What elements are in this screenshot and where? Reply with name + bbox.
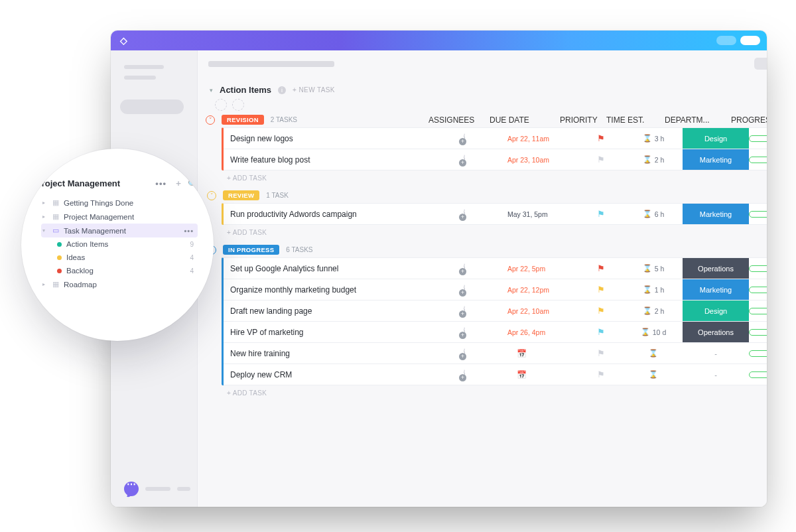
flag-icon[interactable]: ⚑	[578, 348, 624, 358]
flag-icon[interactable]: ⚑	[578, 155, 624, 165]
calendar-icon[interactable]: 📅	[507, 349, 578, 358]
filter-chip-icon[interactable]	[215, 99, 227, 111]
flag-icon[interactable]: ⚑	[578, 133, 624, 143]
task-time-est[interactable]: ⌛2 h	[624, 155, 683, 164]
task-progress[interactable]: 0%	[749, 350, 767, 357]
col-time-est[interactable]: TIME EST.	[606, 115, 665, 125]
task-time-est[interactable]: ⌛10 d	[624, 328, 683, 336]
col-priority[interactable]: PRIORITY	[560, 115, 606, 125]
task-title[interactable]: Draft new landing page	[224, 306, 446, 316]
assignee-add-icon[interactable]	[464, 133, 465, 144]
assignee-add-icon[interactable]	[464, 285, 465, 295]
col-assignees[interactable]: ASSIGNEES	[429, 115, 490, 125]
task-title[interactable]: Write feature blog post	[224, 155, 446, 165]
task-title[interactable]: Hire VP of marketing	[224, 328, 446, 337]
task-department[interactable]: Design	[683, 128, 749, 149]
task-due[interactable]: Apr 22, 5pm	[507, 265, 578, 273]
task-due[interactable]: May 31, 5pm	[507, 210, 578, 218]
add-task-button[interactable]: + ADD TASK	[222, 225, 767, 237]
task-row[interactable]: Organize monthly marketing budgetApr 22,…	[224, 279, 767, 300]
sidebar-list[interactable]: Ideas4	[41, 251, 198, 264]
view-toggle-a[interactable]	[754, 58, 767, 70]
status-pill[interactable]: REVIEW	[223, 190, 259, 200]
flag-icon[interactable]: ⚑	[578, 327, 624, 337]
task-due[interactable]: Apr 22, 10am	[507, 307, 578, 315]
titlebar-toggle-a[interactable]	[716, 36, 736, 45]
flag-icon[interactable]: ⚑	[578, 263, 624, 273]
sidebar-folder[interactable]: ▸▦Project Management	[41, 210, 198, 224]
task-progress[interactable]: 0%	[749, 371, 767, 378]
task-time-est[interactable]: ⌛2 h	[624, 306, 683, 315]
more-icon[interactable]: •••	[155, 178, 169, 188]
assignee-add-icon[interactable]	[464, 209, 465, 220]
task-department[interactable]: Operations	[683, 258, 749, 279]
task-department[interactable]: Operations	[683, 322, 749, 342]
task-department[interactable]: Marketing	[683, 149, 749, 170]
task-row[interactable]: Design new logosApr 22, 11am⚑⌛3 hDesign0…	[224, 128, 767, 149]
assignee-add-icon[interactable]	[464, 155, 465, 165]
task-progress[interactable]: 0%	[749, 286, 767, 293]
col-due-date[interactable]: DUE DATE	[490, 115, 560, 125]
more-icon[interactable]: •••	[184, 227, 196, 235]
assignee-add-icon[interactable]	[464, 369, 465, 380]
task-title[interactable]: Run productivity Adwords campaign	[224, 210, 446, 219]
flag-icon[interactable]: ⚑	[578, 285, 624, 295]
add-task-button[interactable]: + ADD TASK	[222, 385, 767, 398]
task-title[interactable]: New hire training	[224, 349, 446, 358]
plus-icon[interactable]: ＋	[174, 178, 182, 189]
task-progress[interactable]: 0%	[749, 135, 767, 142]
task-row[interactable]: Write feature blog postApr 23, 10am⚑⌛2 h…	[224, 149, 767, 170]
task-title[interactable]: Design new logos	[224, 134, 446, 143]
task-due[interactable]: Apr 26, 4pm	[507, 328, 578, 336]
sidebar-folder[interactable]: ▸▦Roadmap	[41, 277, 198, 291]
sidebar-list[interactable]: Backlog4	[41, 264, 198, 277]
flag-icon[interactable]: ⚑	[578, 369, 624, 379]
filter-chip-icon[interactable]	[232, 99, 244, 111]
task-time-est[interactable]: ⌛1 h	[624, 285, 683, 294]
task-time-est[interactable]: ⌛	[624, 349, 683, 358]
col-department[interactable]: DEPARTM...	[665, 115, 731, 125]
assignee-add-icon[interactable]	[464, 263, 465, 274]
task-due[interactable]: Apr 22, 12pm	[507, 286, 578, 294]
col-progress[interactable]: PROGRESS	[731, 115, 767, 125]
chat-icon[interactable]	[124, 482, 139, 496]
add-task-button[interactable]: + ADD TASK	[222, 170, 767, 183]
new-task-button[interactable]: + NEW TASK	[293, 86, 335, 94]
status-pill[interactable]: IN PROGRESS	[223, 245, 279, 255]
task-time-est[interactable]: ⌛3 h	[624, 134, 683, 143]
task-row[interactable]: Set up Google Analytics funnelApr 22, 5p…	[224, 258, 767, 279]
task-progress[interactable]: 0%	[749, 307, 767, 314]
flag-icon[interactable]: ⚑	[578, 209, 624, 219]
flag-icon[interactable]: ⚑	[578, 306, 624, 316]
task-time-est[interactable]: ⌛5 h	[624, 264, 683, 273]
task-row[interactable]: Hire VP of marketingApr 26, 4pm⚑⌛10 dOpe…	[224, 322, 767, 343]
task-department[interactable]: Marketing	[683, 204, 749, 224]
sidebar-folder[interactable]: ▸▦Getting Things Done	[41, 196, 198, 210]
task-row[interactable]: Deploy new CRM📅⚑⌛-0%	[224, 364, 767, 385]
calendar-icon[interactable]: 📅	[507, 370, 578, 379]
sidebar-search[interactable]	[120, 100, 184, 114]
assignee-add-icon[interactable]	[464, 348, 465, 359]
task-due[interactable]: Apr 22, 11am	[507, 135, 578, 143]
status-collapse-icon[interactable]: ˅	[206, 115, 215, 125]
status-collapse-icon[interactable]: ˅	[207, 191, 216, 200]
task-department[interactable]: -	[683, 364, 749, 385]
task-progress[interactable]: 0%	[749, 210, 767, 218]
titlebar-toggle-b[interactable]	[740, 36, 760, 45]
task-progress[interactable]: 0%	[749, 156, 767, 163]
info-icon[interactable]: i	[278, 86, 286, 94]
task-row[interactable]: Run productivity Adwords campaignMay 31,…	[224, 204, 767, 225]
task-time-est[interactable]: ⌛	[624, 370, 683, 379]
sidebar-list[interactable]: Action Items9	[41, 237, 198, 251]
task-title[interactable]: Set up Google Analytics funnel	[224, 264, 446, 273]
assignee-add-icon[interactable]	[464, 327, 465, 338]
task-title[interactable]: Organize monthly marketing budget	[224, 285, 446, 295]
task-title[interactable]: Deploy new CRM	[224, 370, 446, 379]
task-time-est[interactable]: ⌛6 h	[624, 210, 683, 218]
task-row[interactable]: New hire training📅⚑⌛-0%	[224, 343, 767, 364]
sidebar-folder[interactable]: ▾▭Task Management•••	[41, 224, 198, 237]
assignee-add-icon[interactable]	[464, 306, 465, 316]
task-due[interactable]: Apr 23, 10am	[507, 156, 578, 164]
task-department[interactable]: -	[683, 343, 749, 364]
task-row[interactable]: Draft new landing pageApr 22, 10am⚑⌛2 hD…	[224, 300, 767, 322]
